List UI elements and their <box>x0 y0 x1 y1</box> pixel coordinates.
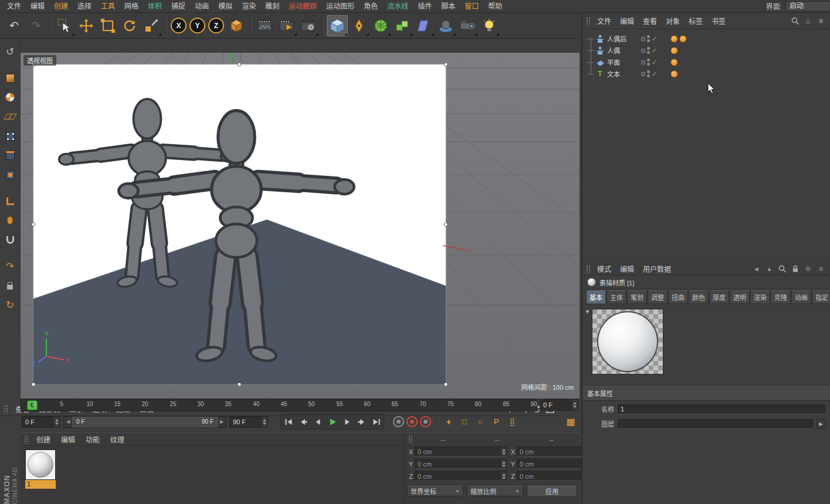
om-menu-file[interactable]: 文件 <box>593 16 615 26</box>
menu-snap[interactable]: 捕捉 <box>167 0 190 13</box>
visibility-dots[interactable] <box>647 47 650 54</box>
menu-icon[interactable]: ≡ <box>817 264 825 273</box>
tab-render[interactable]: 渲染 <box>750 290 770 304</box>
material-tag[interactable] <box>679 35 687 43</box>
perspective-viewport[interactable]: Y X Z 透视视图 网格间距 : 100 cm <box>21 53 580 399</box>
tab-thickness[interactable]: 厚度 <box>709 290 729 304</box>
om-menu-object[interactable]: 对象 <box>662 16 684 26</box>
menu-pipeline[interactable]: 流水线 <box>382 0 413 13</box>
tab-main[interactable]: 主体 <box>607 290 626 304</box>
key-position-button[interactable]: + <box>442 416 455 428</box>
am-menu-userdata[interactable]: 用户数据 <box>639 264 675 274</box>
current-frame-spinner[interactable] <box>22 416 60 428</box>
menu-animate[interactable]: 动画 <box>190 0 214 13</box>
menu-render[interactable]: 渲染 <box>237 0 260 13</box>
menu-create[interactable]: 创建 <box>49 0 73 13</box>
layer-square[interactable] <box>641 60 645 64</box>
panel-grip[interactable] <box>24 435 29 444</box>
autokey-button[interactable] <box>420 416 431 427</box>
material-name[interactable]: 1 <box>25 480 56 489</box>
layer-field[interactable] <box>618 419 813 429</box>
lock-x-axis-button[interactable]: X <box>171 18 187 33</box>
rotation-header[interactable]: -- <box>526 436 577 443</box>
tab-basic[interactable]: 基本 <box>586 290 606 304</box>
material-preview[interactable] <box>592 309 663 374</box>
visibility-dots[interactable] <box>647 35 650 42</box>
add-spline-button[interactable] <box>348 15 370 36</box>
filter-icon[interactable]: ≡ <box>817 16 825 25</box>
search-icon[interactable] <box>778 264 787 273</box>
panel-grip[interactable] <box>4 405 9 413</box>
key-pla-button[interactable]: ⣿ <box>506 416 519 428</box>
key-parameter-button[interactable]: P <box>490 416 503 428</box>
record-button[interactable] <box>406 416 418 427</box>
next-key-button[interactable] <box>354 415 369 429</box>
object-name[interactable]: 人偶后 <box>607 34 641 43</box>
object-name[interactable]: 人偶 <box>607 46 641 55</box>
lock-workplane-button[interactable] <box>2 277 18 294</box>
menu-sculpt[interactable]: 雕刻 <box>260 0 284 13</box>
play-mode-button[interactable] <box>393 416 404 427</box>
tab-assign[interactable]: 指定 <box>812 290 830 304</box>
rotate-tool-button[interactable] <box>119 15 140 36</box>
goto-start-button[interactable] <box>281 415 296 429</box>
search-icon[interactable] <box>791 16 799 25</box>
section-basic-properties[interactable]: 基本属性 <box>582 386 830 401</box>
previous-frame-button[interactable] <box>310 415 325 429</box>
tab-distortion[interactable]: 扭曲 <box>668 290 688 304</box>
collapse-arrow-icon[interactable]: ▼ <box>585 309 590 315</box>
up-arrow-icon[interactable]: ▲ <box>765 264 774 273</box>
material-tag[interactable] <box>670 70 678 78</box>
size-header[interactable]: -- <box>471 436 523 443</box>
undo-button[interactable]: ↶ <box>4 15 25 36</box>
end-frame-spinner[interactable] <box>229 416 268 428</box>
enable-snap-button[interactable]: ↷ <box>2 258 18 274</box>
menu-tools[interactable]: 工具 <box>96 0 120 13</box>
om-menu-view[interactable]: 查看 <box>639 16 661 26</box>
menu-mesh[interactable]: 网格 <box>120 0 143 13</box>
layer-picker-button[interactable]: ▶ <box>817 419 825 429</box>
menu-file[interactable]: 文件 <box>2 0 26 13</box>
enable-check[interactable]: ✓ <box>652 35 657 43</box>
position-y-field[interactable] <box>415 459 507 469</box>
range-thumb[interactable]: 0 F90 F <box>72 417 218 427</box>
range-left-arrow[interactable]: ◀ <box>64 417 72 427</box>
goto-end-button[interactable] <box>369 415 384 429</box>
add-array-button[interactable] <box>392 15 413 36</box>
material-menu-create[interactable]: 创建 <box>32 434 55 444</box>
timeline-ruler[interactable]: 0 0 5 10 15 20 25 30 35 40 45 50 55 60 6… <box>21 399 537 411</box>
workplane-mode-button[interactable] <box>2 108 18 125</box>
previous-key-button[interactable] <box>296 415 310 429</box>
keyframe-settings-button[interactable]: ▦ <box>564 416 577 428</box>
am-menu-mode[interactable]: 模式 <box>593 264 615 274</box>
snap-button[interactable] <box>2 231 18 248</box>
layer-square[interactable] <box>641 72 645 76</box>
texture-mode-button[interactable] <box>2 89 18 105</box>
position-x-field[interactable] <box>415 447 507 457</box>
polygons-mode-button[interactable] <box>2 166 18 183</box>
make-editable-button[interactable]: ↺ <box>2 43 18 60</box>
material-tag[interactable] <box>670 35 678 43</box>
model-mode-button[interactable] <box>2 70 18 86</box>
play-button[interactable] <box>325 415 340 429</box>
om-menu-edit[interactable]: 编辑 <box>616 16 638 26</box>
add-deformer-button[interactable] <box>414 15 435 36</box>
position-z-field[interactable] <box>415 471 507 481</box>
apply-button[interactable]: 应用 <box>527 486 577 497</box>
visibility-dots[interactable] <box>647 59 650 66</box>
material-tag[interactable] <box>670 59 678 66</box>
add-light-button[interactable] <box>479 15 500 36</box>
render-settings-button[interactable] <box>298 15 319 36</box>
material-menu-texture[interactable]: 纹理 <box>106 434 129 444</box>
object-name[interactable]: 平面 <box>607 57 641 67</box>
name-field[interactable] <box>618 404 825 414</box>
enable-axis-button[interactable] <box>2 193 18 209</box>
live-selection-button[interactable] <box>54 15 75 36</box>
material-menu-function[interactable]: 功能 <box>81 434 104 444</box>
points-mode-button[interactable] <box>2 128 18 144</box>
sync-icon[interactable]: ⊚ <box>804 264 812 273</box>
tab-animate[interactable]: 动画 <box>791 290 811 304</box>
material-item[interactable]: 1 <box>25 449 56 489</box>
render-view-button[interactable] <box>255 15 276 36</box>
layer-square[interactable] <box>641 37 645 41</box>
